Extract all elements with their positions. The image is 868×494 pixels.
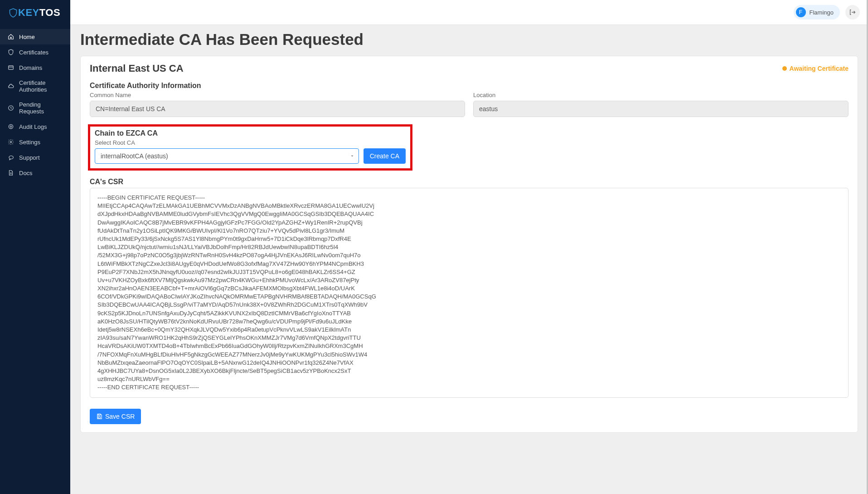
csr-section: CA's CSR -----BEGIN CERTIFICATE REQUEST-… (81, 173, 858, 402)
sidebar-item-settings[interactable]: Settings (0, 134, 70, 150)
nav-label: Settings (19, 139, 40, 146)
user-name: Flamingo (810, 9, 834, 16)
common-name-label: Common Name (90, 92, 465, 98)
nav-label: Home (19, 34, 35, 40)
user-menu[interactable]: F Flamingo (794, 5, 840, 20)
common-name-value: CN=Internal East US CA (90, 101, 465, 117)
avatar: F (796, 7, 806, 17)
logo-text: KEYTOS (18, 7, 60, 19)
cloud-icon (7, 83, 15, 90)
nav-label: Certificate Authorities (19, 79, 63, 93)
logout-icon (849, 9, 856, 16)
logout-button[interactable] (845, 5, 860, 20)
sidebar-item-support[interactable]: Support (0, 150, 70, 165)
ca-card: Internal East US CA Awaiting Certificate… (80, 56, 858, 433)
section-title: Certificate Authority Information (90, 82, 849, 90)
sidebar-item-domains[interactable]: Domains (0, 60, 70, 75)
logo-shield-icon (9, 8, 17, 18)
card-icon (7, 64, 15, 71)
csr-text[interactable]: -----BEGIN CERTIFICATE REQUEST----- MIIE… (90, 188, 849, 398)
nav: Home Certificates Domains Certificate Au… (0, 25, 70, 181)
sidebar-item-pending-requests[interactable]: Pending Requests (0, 97, 70, 119)
sidebar-item-audit-logs[interactable]: Audit Logs (0, 119, 70, 134)
sidebar-item-docs[interactable]: Docs (0, 165, 70, 181)
svg-point-4 (10, 126, 12, 127)
sidebar-item-cert-authorities[interactable]: Certificate Authorities (0, 75, 70, 97)
sidebar: KEYTOS Home Certificates Domains (0, 0, 70, 494)
chain-section-title: Chain to EZCA CA (93, 129, 407, 137)
svg-point-3 (9, 124, 13, 128)
gear-icon (7, 138, 15, 146)
status-badge: Awaiting Certificate (782, 65, 849, 72)
nav-label: Certificates (19, 49, 48, 56)
doc-icon (7, 169, 15, 176)
nav-label: Pending Requests (19, 101, 63, 115)
location-label: Location (473, 92, 849, 98)
nav-label: Domains (19, 64, 42, 71)
sidebar-item-home[interactable]: Home (0, 29, 70, 44)
home-icon (7, 33, 15, 40)
chain-highlight: Chain to EZCA CA Select Root CA internal… (88, 124, 412, 171)
page-title: Intermediate CA Has Been Requested (80, 30, 858, 49)
save-csr-label: Save CSR (105, 413, 135, 420)
target-icon (7, 123, 15, 130)
logo[interactable]: KEYTOS (0, 0, 70, 25)
nav-label: Docs (19, 170, 33, 176)
create-ca-button[interactable]: Create CA (364, 148, 406, 164)
location-value: eastus (473, 101, 849, 117)
ca-info-section: Certificate Authority Information Common… (81, 77, 858, 122)
svg-point-5 (10, 141, 12, 143)
header: F Flamingo (70, 0, 868, 25)
shield-icon (7, 49, 15, 56)
status-text: Awaiting Certificate (790, 65, 849, 72)
chat-icon (7, 154, 15, 161)
content: Intermediate CA Has Been Requested Inter… (70, 25, 868, 494)
nav-label: Audit Logs (19, 123, 47, 130)
card-header: Internal East US CA Awaiting Certificate (81, 56, 858, 77)
select-root-ca-label: Select Root CA (93, 139, 407, 146)
svg-rect-0 (9, 66, 14, 69)
clock-icon (7, 104, 15, 112)
svg-rect-9 (98, 414, 101, 415)
svg-rect-10 (98, 416, 101, 418)
main: F Flamingo Intermediate CA Has Been Requ… (70, 0, 868, 494)
ca-name: Internal East US CA (90, 63, 184, 74)
root-ca-select[interactable]: internalRootCA (eastus) (95, 148, 359, 164)
save-csr-button[interactable]: Save CSR (90, 409, 141, 424)
sidebar-item-certificates[interactable]: Certificates (0, 44, 70, 60)
csr-title: CA's CSR (90, 178, 849, 186)
nav-label: Support (19, 154, 40, 161)
save-icon (96, 413, 102, 420)
status-dot-icon (782, 66, 787, 71)
